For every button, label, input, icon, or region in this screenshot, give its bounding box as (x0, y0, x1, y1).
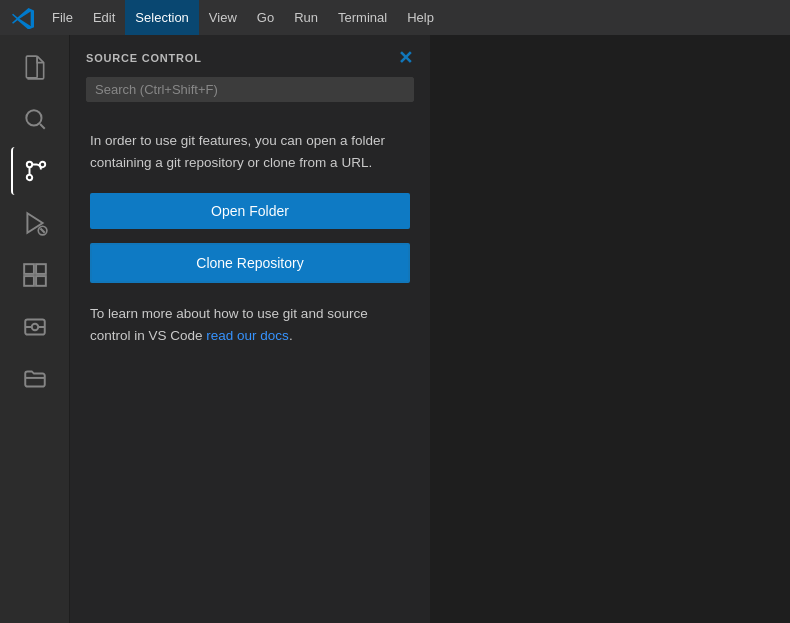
app-logo (8, 0, 38, 35)
close-panel-button[interactable]: ✕ (398, 47, 414, 69)
svg-point-1 (26, 110, 41, 125)
menu-view[interactable]: View (199, 0, 247, 35)
main-layout: SOURCE CONTROL ✕ Search (Ctrl+Shift+F) I… (0, 35, 790, 623)
open-folder-button[interactable]: Open Folder (90, 193, 410, 229)
side-panel: SOURCE CONTROL ✕ Search (Ctrl+Shift+F) I… (70, 35, 430, 623)
footer-text: To learn more about how to use git and s… (90, 303, 410, 346)
svg-point-5 (26, 175, 31, 180)
activity-item-search[interactable] (11, 95, 59, 143)
panel-title: SOURCE CONTROL (86, 52, 202, 64)
activity-item-remote[interactable] (11, 303, 59, 351)
menu-run[interactable]: Run (284, 0, 328, 35)
search-placeholder: Search (Ctrl+Shift+F) (95, 82, 218, 97)
search-bar[interactable]: Search (Ctrl+Shift+F) (86, 77, 414, 102)
svg-rect-12 (36, 276, 46, 286)
editor-area (430, 35, 790, 623)
svg-rect-9 (24, 264, 34, 274)
read-docs-link[interactable]: read our docs (206, 328, 289, 343)
menu-selection[interactable]: Selection (125, 0, 198, 35)
svg-line-2 (40, 124, 45, 129)
clone-repository-button[interactable]: Clone Repository (90, 243, 410, 283)
activity-item-source-control[interactable] (11, 147, 59, 195)
info-text: In order to use git features, you can op… (90, 130, 410, 173)
activity-item-run[interactable] (11, 199, 59, 247)
activity-item-extensions[interactable] (11, 251, 59, 299)
svg-rect-11 (24, 276, 34, 286)
svg-point-14 (31, 324, 38, 331)
svg-rect-0 (26, 56, 37, 78)
menu-help[interactable]: Help (397, 0, 444, 35)
activity-item-folder[interactable] (11, 355, 59, 403)
menu-edit[interactable]: Edit (83, 0, 125, 35)
panel-header: SOURCE CONTROL ✕ (70, 35, 430, 77)
svg-line-8 (40, 228, 44, 232)
panel-content: In order to use git features, you can op… (70, 118, 430, 623)
menu-file[interactable]: File (42, 0, 83, 35)
svg-rect-10 (36, 264, 46, 274)
menu-go[interactable]: Go (247, 0, 284, 35)
titlebar: File Edit Selection View Go Run Terminal… (0, 0, 790, 35)
menu-terminal[interactable]: Terminal (328, 0, 397, 35)
activity-item-files[interactable] (11, 43, 59, 91)
activity-bar (0, 35, 70, 623)
svg-point-3 (26, 162, 31, 167)
